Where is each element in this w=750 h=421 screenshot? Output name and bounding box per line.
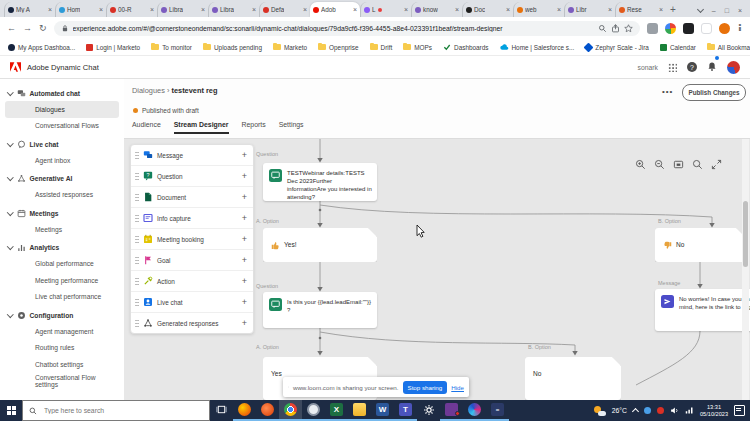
sidebar-section-live-chat[interactable]: Live chat — [0, 136, 124, 152]
add-node-button[interactable]: + — [242, 318, 247, 328]
add-node-button[interactable]: + — [242, 234, 247, 244]
sidebar-item-assisted-responses[interactable]: Assisted responses — [5, 187, 119, 204]
tab-close-icon[interactable]: × — [150, 6, 154, 13]
sidebar-item-dialogues[interactable]: Dialogues — [5, 101, 119, 118]
tab-close-icon[interactable]: × — [557, 6, 561, 13]
taskbar-app-calculator[interactable]: = — [486, 400, 509, 421]
palette-item-live-chat[interactable]: Live chat+ — [131, 292, 253, 313]
chrome-profile-chevron-icon[interactable] — [697, 6, 704, 13]
drag-handle-icon[interactable] — [135, 256, 139, 265]
url-box[interactable]: experience.adobe.com/#/@cornerstoneondem… — [54, 21, 640, 36]
palette-item-action[interactable]: Action+ — [131, 271, 253, 292]
extension-icon[interactable] — [665, 23, 676, 34]
browser-tab[interactable]: My A× — [4, 2, 55, 17]
extension-icon[interactable] — [647, 23, 658, 34]
bookmark-folder[interactable]: To monitor — [151, 44, 192, 51]
chrome-profile-avatar[interactable] — [719, 23, 730, 34]
browser-tab[interactable]: 00-R× — [106, 2, 157, 17]
taskbar-app-excel[interactable]: X — [325, 400, 348, 421]
tab-stream-designer[interactable]: Stream Designer — [174, 121, 229, 134]
all-bookmarks-button[interactable]: All Bookmarks — [707, 44, 750, 51]
url-text[interactable]: experience.adobe.com/#/@cornerstoneondem… — [73, 25, 594, 32]
option-node-no[interactable]: No — [525, 357, 621, 400]
palette-item-question[interactable]: ?Question+ — [131, 166, 253, 187]
tab-close-icon[interactable]: × — [455, 6, 459, 13]
window-maximize-button[interactable]: □ — [725, 7, 729, 14]
drag-handle-icon[interactable] — [135, 151, 139, 160]
drag-handle-icon[interactable] — [135, 214, 139, 223]
palette-item-meeting-booking[interactable]: Meeting booking+ — [131, 229, 253, 250]
browser-tab[interactable]: Libra× — [157, 2, 208, 17]
sidebar-section-automated-chat[interactable]: Automated chat — [0, 85, 124, 101]
new-tab-button[interactable]: + — [670, 4, 676, 15]
chrome-menu-icon[interactable]: ••• — [737, 24, 743, 32]
tab-settings[interactable]: Settings — [279, 121, 304, 134]
bookmark-folder[interactable]: Uploads pending — [203, 44, 262, 51]
tab-close-icon[interactable]: × — [659, 6, 663, 13]
add-node-button[interactable]: + — [242, 192, 247, 202]
task-view-button[interactable] — [210, 400, 233, 421]
taskbar-search[interactable] — [22, 400, 210, 421]
tab-close-icon[interactable]: × — [506, 6, 510, 13]
search-canvas-icon[interactable] — [692, 159, 703, 170]
browser-tab[interactable]: Rese× — [615, 2, 666, 17]
search-icon[interactable] — [598, 24, 607, 33]
tab-close-icon[interactable]: × — [608, 6, 612, 13]
canvas-scrollbar-thumb[interactable] — [743, 201, 748, 267]
bookmark-star-icon[interactable] — [624, 24, 633, 33]
tray-app-icon[interactable] — [657, 407, 664, 414]
taskbar-app-notifier[interactable] — [440, 400, 463, 421]
browser-tab[interactable]: web× — [513, 2, 564, 17]
add-node-button[interactable]: + — [242, 213, 247, 223]
tab-close-icon[interactable]: × — [201, 6, 205, 13]
window-minimize-button[interactable]: – — [712, 7, 716, 14]
sidebar-item-meeting-performance[interactable]: Meeting performance — [5, 272, 119, 289]
tab-close-icon[interactable]: × — [404, 6, 408, 13]
volume-icon[interactable] — [670, 406, 679, 415]
tab-close-icon[interactable]: × — [353, 6, 357, 13]
browser-tab[interactable]: Doc× — [462, 2, 513, 17]
back-icon[interactable]: ← — [7, 24, 16, 33]
drag-handle-icon[interactable] — [135, 193, 139, 202]
sidebar-item-global-performance[interactable]: Global performance — [5, 256, 119, 273]
browser-tab[interactable]: Libr× — [564, 2, 615, 17]
drag-handle-icon[interactable] — [135, 319, 139, 328]
add-node-button[interactable]: + — [242, 297, 247, 307]
start-button[interactable] — [0, 400, 22, 421]
taskbar-app-obs[interactable] — [302, 400, 325, 421]
stream-designer-canvas[interactable]: Question A. Option B. Option Question A.… — [124, 139, 750, 400]
bookmark-item[interactable]: Login | Marketo — [86, 44, 140, 51]
drag-handle-icon[interactable] — [135, 172, 139, 181]
message-node[interactable]: No worries! In case you change your mind… — [655, 289, 750, 331]
sidebar-item-live-chat-performance[interactable]: Live chat performance — [5, 289, 119, 306]
zoom-out-icon[interactable] — [654, 159, 665, 170]
action-center-icon[interactable] — [734, 405, 745, 416]
bookmark-item[interactable]: Dashboards — [443, 43, 488, 51]
browser-tab[interactable]: Defa× — [259, 2, 310, 17]
sidebar-item-conversational-flow-settings[interactable]: Conversational Flow settings — [5, 373, 119, 390]
taskbar-app-teams[interactable]: T — [394, 400, 417, 421]
palette-item-document[interactable]: Document+ — [131, 187, 253, 208]
browser-tab[interactable]: know× — [411, 2, 462, 17]
canvas-scrollbar[interactable] — [742, 139, 749, 400]
window-close-button[interactable]: × — [738, 7, 742, 14]
breadcrumb-root[interactable]: Dialogues — [132, 86, 165, 95]
drag-handle-icon[interactable] — [135, 298, 139, 307]
option-node-no[interactable]: No — [655, 228, 745, 262]
network-icon[interactable] — [685, 406, 694, 415]
share-icon[interactable] — [611, 24, 620, 33]
palette-item-message[interactable]: Message+ — [131, 145, 253, 166]
sidebar-item-conversational-flows[interactable]: Conversational Flows — [5, 118, 119, 135]
notifications-bell-icon[interactable] — [707, 58, 717, 76]
more-actions-button[interactable]: ••• — [662, 87, 673, 96]
sidebar-section-analytics[interactable]: Analytics — [0, 240, 124, 256]
taskbar-app-settings[interactable] — [417, 400, 440, 421]
sidebar-item-agent-management[interactable]: Agent management — [5, 323, 119, 340]
bookmark-item[interactable]: Home | Salesforce s... — [500, 44, 575, 51]
browser-tab-recording[interactable]: L× — [360, 2, 411, 17]
forward-icon[interactable]: → — [23, 24, 32, 33]
user-avatar[interactable] — [727, 61, 740, 74]
bookmark-item[interactable]: My Apps Dashboa... — [8, 44, 75, 51]
taskbar-app-firefox[interactable] — [233, 400, 256, 421]
temperature[interactable]: 26°C — [612, 407, 627, 414]
